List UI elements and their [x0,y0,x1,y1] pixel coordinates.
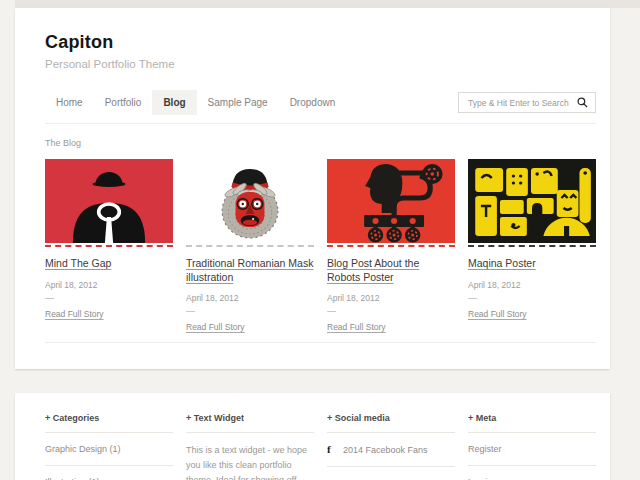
content-bottom-divider [45,342,596,343]
category-link-illustration[interactable]: Illustration (1) [45,466,173,480]
facebook-fans-link[interactable]: f 2014 Facebook Fans [327,433,455,467]
meta-separator: — [327,306,455,316]
post-title-link[interactable]: Mind The Gap [45,257,111,269]
meta-widget: + Meta Register Log in [468,413,596,480]
search-icon [577,97,588,108]
blog-posts-grid: Mind The Gap April 18, 2012 — Read Full … [45,159,596,334]
text-widget-body: This is a text widget - we hope you like… [186,443,314,480]
maqina-poster-illustration [468,159,596,243]
meta-separator: — [45,293,173,303]
search-input[interactable] [466,97,577,109]
post-date: April 18, 2012 [468,280,596,290]
post-title-link[interactable]: Maqina Poster [468,257,536,269]
blog-post-card: Traditional Romanian Mask illustration A… [186,159,314,334]
read-full-story-link[interactable]: Read Full Story [45,309,104,319]
nav-item-dropdown[interactable]: Dropdown [279,90,347,115]
widget-title: + Text Widget [186,413,314,433]
page-top-strip [15,0,640,8]
twitter-followers-link[interactable]: t 179 Twitter Followers [327,467,455,480]
widget-title: + Categories [45,413,173,433]
section-label: The Blog [45,138,596,148]
category-link-graphic-design[interactable]: Graphic Design (1) [45,433,173,466]
social-media-widget: + Social media f 2014 Facebook Fans t 17… [327,413,455,480]
blog-post-card: Mind The Gap April 18, 2012 — Read Full … [45,159,173,334]
login-link[interactable]: Log in [468,466,596,480]
robots-poster-illustration [327,159,455,243]
widget-title: + Meta [468,413,596,433]
category-label: Graphic Design (1) [45,444,121,454]
categories-widget: + Categories Graphic Design (1) Illustra… [45,413,173,480]
search-button[interactable] [577,97,588,108]
nav-item-blog[interactable]: Blog [152,90,196,115]
read-full-story-link[interactable]: Read Full Story [186,322,245,332]
read-full-story-link[interactable]: Read Full Story [327,322,386,332]
post-thumbnail-link[interactable] [186,159,314,247]
facebook-icon: f [327,444,337,455]
post-title-link[interactable]: Blog Post About the Robots Poster [327,257,419,283]
meta-separator: — [468,293,596,303]
footer-widgets-grid: + Categories Graphic Design (1) Illustra… [45,413,596,480]
blog-post-card: Maqina Poster April 18, 2012 — Read Full… [468,159,596,334]
main-content-panel: Capiton Personal Portfolio Theme Home Po… [15,8,610,369]
register-link[interactable]: Register [468,433,596,466]
widget-title: + Social media [327,413,455,433]
nav-item-portfolio[interactable]: Portfolio [94,90,153,115]
post-date: April 18, 2012 [186,293,314,303]
read-full-story-link[interactable]: Read Full Story [468,309,527,319]
site-title: Capiton [45,32,596,53]
nav-item-home[interactable]: Home [45,90,94,115]
blog-post-card: Blog Post About the Robots Poster April … [327,159,455,334]
post-thumbnail-link[interactable] [45,159,173,247]
nav-item-sample-page[interactable]: Sample Page [197,90,279,115]
search-box [458,92,596,113]
site-tagline: Personal Portfolio Theme [45,58,596,70]
mind-the-gap-poster-illustration [45,159,173,243]
post-title-link[interactable]: Traditional Romanian Mask illustration [186,257,313,283]
post-thumbnail-link[interactable] [468,159,596,247]
post-thumbnail-link[interactable] [327,159,455,247]
meta-separator: — [186,306,314,316]
site-header: Capiton Personal Portfolio Theme [45,32,596,70]
footer-panel: + Categories Graphic Design (1) Illustra… [15,393,610,480]
romanian-mask-illustration [186,159,314,243]
post-date: April 18, 2012 [45,280,173,290]
social-label: 2014 Facebook Fans [343,445,428,455]
nav-divider [45,123,596,124]
text-widget: + Text Widget This is a text widget - we… [186,413,314,480]
post-date: April 18, 2012 [327,293,455,303]
main-nav: Home Portfolio Blog Sample Page Dropdown [45,90,596,115]
meta-label: Register [468,444,502,454]
